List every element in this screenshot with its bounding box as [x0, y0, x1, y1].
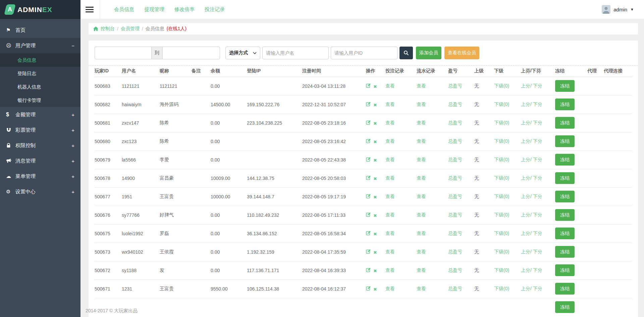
total-profit-link[interactable]: 总盈亏: [448, 102, 462, 107]
view-flow-link[interactable]: 查看: [417, 138, 426, 144]
score-down-link[interactable]: 下分: [533, 212, 542, 217]
view-bets-link[interactable]: 查看: [385, 175, 395, 181]
delete-icon[interactable]: ✖: [373, 213, 377, 218]
score-up-link[interactable]: 上分: [521, 120, 530, 125]
user-menu[interactable]: admin ▼: [602, 5, 634, 14]
delete-icon[interactable]: ✖: [373, 268, 377, 273]
topnav-link-bets[interactable]: 投注记录: [205, 6, 225, 13]
view-bets-link[interactable]: 查看: [385, 231, 395, 236]
view-flow-link[interactable]: 查看: [417, 157, 426, 162]
topnav-link-odds[interactable]: 修改倍率: [174, 6, 195, 13]
total-profit-link[interactable]: 总盈亏: [448, 120, 462, 125]
delete-icon[interactable]: ✖: [373, 158, 377, 163]
score-up-link[interactable]: 上分: [521, 249, 530, 254]
sidebar-item-row[interactable]: 彩票管理+: [0, 122, 80, 138]
total-profit-link[interactable]: 总盈亏: [448, 231, 462, 236]
edit-icon[interactable]: [366, 249, 371, 254]
score-down-link[interactable]: 下分: [533, 157, 542, 162]
edit-icon[interactable]: [366, 120, 371, 125]
edit-icon[interactable]: [366, 286, 371, 291]
edit-icon[interactable]: [366, 138, 371, 143]
edit-icon[interactable]: [366, 102, 371, 107]
delete-icon[interactable]: ✖: [373, 250, 377, 255]
score-down-link[interactable]: 下分: [533, 267, 542, 273]
delete-icon[interactable]: ✖: [373, 195, 377, 200]
delete-icon[interactable]: ✖: [373, 232, 377, 237]
subordinate-link[interactable]: 下级(0): [494, 157, 509, 162]
breadcrumb-member-mgmt[interactable]: 会员管理: [121, 26, 140, 32]
sidebar-item-row[interactable]: ⚙设置中心+: [0, 184, 80, 199]
view-bets-link[interactable]: 查看: [385, 286, 395, 291]
subordinate-link[interactable]: 下级(0): [494, 249, 509, 254]
sidebar-item-row[interactable]: ⚑首页: [0, 22, 80, 38]
view-flow-link[interactable]: 查看: [417, 194, 426, 199]
view-flow-link[interactable]: 查看: [417, 102, 426, 107]
score-up-link[interactable]: 上分: [521, 157, 530, 162]
subordinate-link[interactable]: 下级(0): [494, 212, 509, 217]
edit-icon[interactable]: [366, 267, 371, 272]
delete-icon[interactable]: ✖: [373, 176, 377, 181]
freeze-button[interactable]: 冻结: [555, 301, 575, 313]
sidebar-subitem[interactable]: 登陆日志: [0, 67, 80, 80]
score-up-link[interactable]: 上分: [521, 286, 530, 291]
subordinate-link[interactable]: 下级(0): [494, 231, 509, 236]
total-profit-link[interactable]: 总盈亏: [448, 83, 462, 88]
delete-icon[interactable]: ✖: [373, 103, 377, 108]
edit-icon[interactable]: [366, 83, 371, 88]
score-down-link[interactable]: 下分: [533, 102, 542, 107]
expand-toggle-icon[interactable]: +: [71, 189, 74, 195]
score-up-link[interactable]: 上分: [521, 231, 530, 236]
edit-icon[interactable]: [366, 231, 371, 236]
freeze-button[interactable]: 冻结: [555, 117, 575, 129]
total-profit-link[interactable]: 总盈亏: [448, 267, 462, 273]
score-down-link[interactable]: 下分: [533, 83, 542, 88]
topnav-link-member-info[interactable]: 会员信息: [114, 6, 134, 13]
topnav-link-withdraw[interactable]: 提现管理: [144, 6, 164, 13]
view-bets-link[interactable]: 查看: [385, 120, 395, 125]
total-profit-link[interactable]: 总盈亏: [448, 138, 462, 144]
score-down-link[interactable]: 下分: [533, 231, 542, 236]
expand-toggle-icon[interactable]: +: [71, 112, 74, 118]
score-up-link[interactable]: 上分: [521, 102, 530, 107]
view-bets-link[interactable]: 查看: [385, 102, 395, 107]
search-button[interactable]: [399, 47, 413, 59]
view-flow-link[interactable]: 查看: [417, 267, 426, 273]
freeze-button[interactable]: 冻结: [555, 135, 575, 147]
freeze-button[interactable]: 冻结: [555, 283, 575, 295]
subordinate-link[interactable]: 下级(0): [494, 175, 509, 181]
expand-toggle-icon[interactable]: −: [71, 43, 74, 49]
range-end-input[interactable]: [162, 47, 220, 59]
sidebar-item-row[interactable]: 消息管理+: [0, 153, 80, 169]
freeze-button[interactable]: 冻结: [555, 99, 575, 110]
score-up-link[interactable]: 上分: [521, 194, 530, 199]
view-flow-link[interactable]: 查看: [417, 249, 426, 254]
subordinate-link[interactable]: 下级(0): [494, 138, 509, 144]
freeze-button[interactable]: 冻结: [555, 154, 575, 166]
sidebar-item-row[interactable]: ☁菜单管理+: [0, 169, 80, 184]
total-profit-link[interactable]: 总盈亏: [448, 286, 462, 291]
score-down-link[interactable]: 下分: [533, 175, 542, 181]
view-bets-link[interactable]: 查看: [385, 83, 395, 88]
freeze-button[interactable]: 冻结: [555, 209, 575, 221]
subordinate-link[interactable]: 下级(0): [494, 194, 509, 199]
edit-icon[interactable]: [366, 157, 371, 162]
score-up-link[interactable]: 上分: [521, 175, 530, 181]
expand-toggle-icon[interactable]: +: [71, 174, 74, 179]
score-up-link[interactable]: 上分: [521, 138, 530, 144]
sidebar-subitem[interactable]: 银行卡管理: [0, 93, 80, 107]
view-flow-link[interactable]: 查看: [417, 286, 426, 291]
edit-icon[interactable]: [366, 212, 371, 217]
view-bets-link[interactable]: 查看: [385, 212, 395, 217]
view-flow-link[interactable]: 查看: [417, 212, 426, 217]
view-bets-link[interactable]: 查看: [385, 194, 395, 199]
subordinate-link[interactable]: 下级(0): [494, 286, 509, 291]
sidebar-subitem[interactable]: 机器人信息: [0, 80, 80, 93]
score-down-link[interactable]: 下分: [533, 286, 542, 291]
view-online-members-button[interactable]: 查看在线会员: [444, 47, 479, 59]
score-up-link[interactable]: 上分: [521, 212, 530, 217]
sidebar-item-row[interactable]: 权限控制+: [0, 138, 80, 153]
freeze-button[interactable]: 冻结: [555, 246, 575, 258]
edit-icon[interactable]: [366, 175, 371, 180]
score-up-link[interactable]: 上分: [521, 83, 530, 88]
method-select[interactable]: 选择方式: [225, 47, 260, 59]
